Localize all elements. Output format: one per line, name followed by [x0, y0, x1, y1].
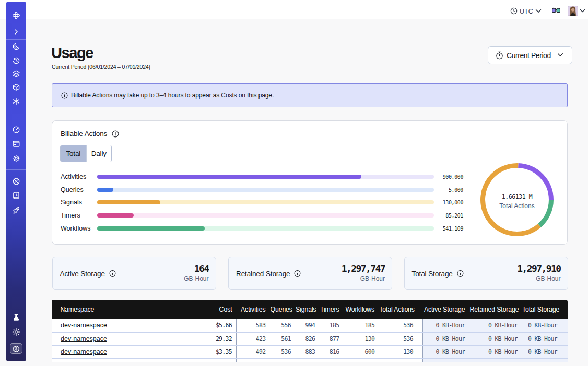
svg-text:Total Actions: Total Actions: [499, 202, 534, 210]
svg-text:1.66131 M: 1.66131 M: [501, 193, 532, 200]
